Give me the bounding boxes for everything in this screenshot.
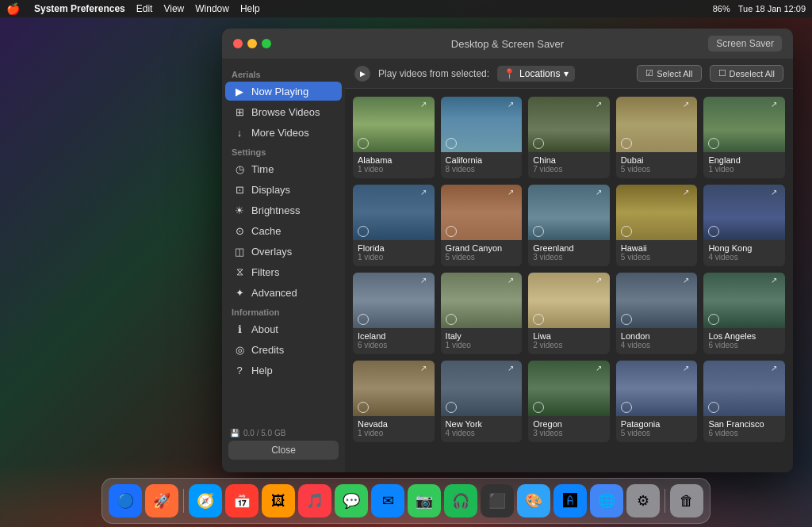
sidebar-item-credits[interactable]: ◎ Credits: [225, 340, 342, 359]
minimize-button[interactable]: [247, 39, 257, 48]
sidebar-item-now-playing[interactable]: ▶ Now Playing: [225, 82, 342, 101]
menu-edit[interactable]: Edit: [136, 3, 153, 14]
dock-icon-chrome[interactable]: 🌐: [590, 484, 623, 517]
dock-icon-finder[interactable]: 🔵: [109, 484, 142, 517]
play-button[interactable]: ▶: [354, 66, 370, 82]
sidebar-item-more-videos[interactable]: ↓ More Videos: [225, 123, 342, 142]
select-radio-hawaii[interactable]: [621, 226, 632, 237]
dock-icon-launchpad[interactable]: 🚀: [145, 484, 178, 517]
video-card-greenland[interactable]: ↗ Greenland 3 videos: [528, 185, 610, 266]
video-card-liwa[interactable]: ↗ Liwa 2 videos: [528, 273, 610, 354]
select-radio-new-york[interactable]: [446, 402, 457, 413]
video-thumb-england: ↗: [703, 97, 785, 152]
select-radio-alabama[interactable]: [358, 138, 369, 149]
sidebar-item-advanced[interactable]: ✦ Advanced: [225, 283, 342, 302]
maximize-button[interactable]: [262, 39, 271, 48]
select-radio-nevada[interactable]: [358, 402, 369, 413]
dock-icon-messages[interactable]: 💬: [335, 484, 368, 517]
dock-icon-photoshop[interactable]: 🎨: [517, 484, 550, 517]
dock-separator: [665, 489, 665, 513]
video-card-hong-kong[interactable]: ↗ Hong Kong 4 videos: [703, 185, 785, 266]
video-name-patagonia: Patagonia: [621, 419, 693, 429]
dock-icon-trash[interactable]: 🗑: [670, 484, 703, 517]
section-aerials: Aerials: [222, 65, 345, 81]
sidebar-label-brightness: Brightness: [251, 204, 300, 216]
locations-dropdown[interactable]: 📍 Locations ▾: [497, 66, 575, 82]
sidebar-item-filters[interactable]: ⧖ Filters: [225, 262, 342, 281]
select-radio-china[interactable]: [533, 138, 544, 149]
sidebar-item-browse-videos[interactable]: ⊞ Browse Videos: [225, 102, 342, 121]
share-icon-hawaii: ↗: [683, 188, 694, 199]
dock-icon-settings[interactable]: ⚙: [626, 484, 660, 517]
app-name[interactable]: System Preferences: [34, 3, 125, 14]
video-card-florida[interactable]: ↗ Florida 1 video: [353, 185, 435, 266]
video-info-patagonia: Patagonia 5 videos: [616, 416, 698, 442]
select-radio-san-francisco[interactable]: [708, 402, 719, 413]
video-card-italy[interactable]: ↗ Italy 1 video: [441, 273, 523, 354]
select-radio-iceland[interactable]: [358, 314, 369, 325]
select-radio-oregon[interactable]: [533, 402, 544, 413]
dock-icon-appstore[interactable]: 🅰: [553, 484, 587, 517]
video-card-iceland[interactable]: ↗ Iceland 6 videos: [353, 273, 435, 354]
share-icon-liwa: ↗: [596, 276, 607, 287]
apple-menu[interactable]: 🍎: [6, 2, 20, 15]
video-card-london[interactable]: ↗ London 4 videos: [616, 273, 698, 354]
video-card-oregon[interactable]: ↗ Oregon 3 videos: [528, 361, 610, 442]
select-radio-hong-kong[interactable]: [708, 226, 719, 237]
select-radio-england[interactable]: [708, 138, 719, 149]
video-card-hawaii[interactable]: ↗ Hawaii 5 videos: [616, 185, 698, 266]
video-card-new-york[interactable]: ↗ New York 4 videos: [441, 361, 523, 442]
select-radio-italy[interactable]: [446, 314, 457, 325]
video-card-grand-canyon[interactable]: ↗ Grand Canyon 5 videos: [441, 185, 523, 266]
video-thumb-los-angeles: ↗: [703, 273, 785, 328]
menu-help[interactable]: Help: [240, 3, 260, 14]
sidebar-item-help[interactable]: ? Help: [225, 361, 342, 380]
share-icon-patagonia: ↗: [683, 364, 694, 375]
video-card-san-francisco[interactable]: ↗ San Francisco 6 videos: [703, 361, 785, 442]
video-card-china[interactable]: ↗ China 7 videos: [528, 97, 610, 178]
video-card-alabama[interactable]: ↗ Alabama 1 video: [353, 97, 435, 178]
select-radio-london[interactable]: [621, 314, 632, 325]
video-card-california[interactable]: ↗ California 8 videos: [441, 97, 523, 178]
video-info-florida: Florida 1 video: [353, 240, 435, 266]
select-radio-florida[interactable]: [358, 226, 369, 237]
menu-window[interactable]: Window: [195, 3, 229, 14]
dock-icon-terminal[interactable]: ⬛: [481, 484, 514, 517]
select-radio-dubai[interactable]: [621, 138, 632, 149]
select-radio-grand-canyon[interactable]: [446, 226, 457, 237]
screen-saver-tab[interactable]: Screen Saver: [708, 36, 782, 52]
video-card-england[interactable]: ↗ England 1 video: [703, 97, 785, 178]
sidebar-item-about[interactable]: ℹ About: [225, 319, 342, 338]
select-radio-liwa[interactable]: [533, 314, 544, 325]
close-panel-button[interactable]: Close: [228, 441, 339, 460]
dock-icon-calendar[interactable]: 📅: [225, 484, 259, 517]
video-card-los-angeles[interactable]: ↗ Los Angeles 6 videos: [703, 273, 785, 354]
menu-view[interactable]: View: [163, 3, 184, 14]
select-radio-los-angeles[interactable]: [708, 314, 719, 325]
select-radio-greenland[interactable]: [533, 226, 544, 237]
sidebar-item-displays[interactable]: ⊡ Displays: [225, 180, 342, 199]
sidebar-item-overlays[interactable]: ◫ Overlays: [225, 242, 342, 261]
select-radio-patagonia[interactable]: [621, 402, 632, 413]
dock-icon-mail[interactable]: ✉: [371, 484, 404, 517]
dock-icon-music[interactable]: 🎵: [298, 484, 331, 517]
video-name-grand-canyon: Grand Canyon: [446, 243, 518, 253]
select-radio-california[interactable]: [446, 138, 457, 149]
sidebar-item-brightness[interactable]: ☀ Brightness: [225, 200, 342, 220]
video-card-patagonia[interactable]: ↗ Patagonia 5 videos: [616, 361, 698, 442]
video-card-dubai[interactable]: ↗ Dubai 5 videos: [616, 97, 698, 178]
dock-icon-spotify[interactable]: 🎧: [444, 484, 477, 517]
dock-icon-facetime[interactable]: 📷: [408, 484, 441, 517]
sidebar-item-cache[interactable]: ⊙ Cache: [225, 221, 342, 240]
deselect-all-button[interactable]: ☐ Deselect All: [710, 65, 783, 82]
share-icon-nevada: ↗: [420, 364, 431, 375]
video-card-nevada[interactable]: ↗ Nevada 1 video: [353, 361, 435, 442]
dock-icon-safari[interactable]: 🧭: [189, 484, 222, 517]
select-all-button[interactable]: ☑ Select All: [637, 65, 701, 82]
sidebar-item-time[interactable]: ◷ Time: [225, 159, 342, 178]
close-button[interactable]: [233, 39, 243, 48]
share-icon-alabama: ↗: [420, 100, 431, 111]
dock-icon-photos[interactable]: 🖼: [262, 484, 295, 517]
video-name-california: California: [446, 155, 518, 165]
video-name-london: London: [621, 331, 693, 341]
